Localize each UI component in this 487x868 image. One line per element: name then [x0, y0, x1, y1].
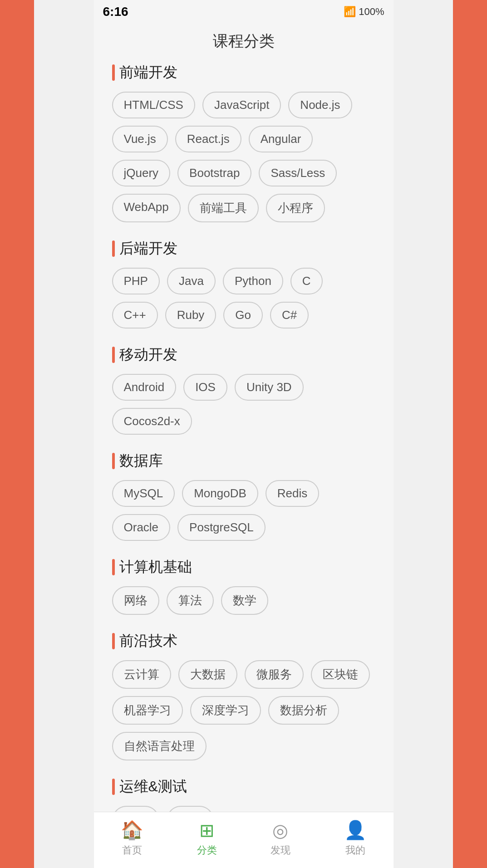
- tags-container-mobile: AndroidIOSUnity 3DCocos2d-x: [112, 374, 375, 435]
- tag-HTML/CSS[interactable]: HTML/CSS: [112, 92, 195, 118]
- nav-item-home[interactable]: 🏠首页: [121, 819, 143, 857]
- nav-label-mine: 我的: [345, 843, 365, 857]
- tag-Angular[interactable]: Angular: [249, 126, 313, 152]
- tag-Bootstrap[interactable]: Bootstrap: [177, 160, 251, 186]
- nav-label-category: 分类: [197, 843, 217, 857]
- nav-icon-discover: ◎: [272, 820, 288, 841]
- status-icons: 📶 100%: [344, 6, 384, 18]
- category-header-mobile: 移动开发: [112, 345, 375, 365]
- tag-IOS[interactable]: IOS: [183, 374, 227, 401]
- category-title-backend: 后端开发: [119, 239, 177, 259]
- tag-Go[interactable]: Go: [223, 302, 263, 329]
- tag-数据分析[interactable]: 数据分析: [268, 696, 339, 725]
- category-header-database: 数据库: [112, 451, 375, 471]
- category-title-database: 数据库: [119, 451, 163, 471]
- nav-label-home: 首页: [122, 843, 142, 857]
- tag-Unity 3D[interactable]: Unity 3D: [235, 374, 304, 401]
- category-title-mobile: 移动开发: [119, 345, 177, 365]
- bottom-nav: 🏠首页⊞分类◎发现👤我的: [94, 812, 394, 868]
- scroll-content: 前端开发HTML/CSSJavaScriptNode.jsVue.jsReact…: [94, 63, 394, 868]
- tag-C#[interactable]: C#: [270, 302, 309, 329]
- category-section-mobile: 移动开发AndroidIOSUnity 3DCocos2d-x: [112, 345, 375, 435]
- tag-WebApp[interactable]: WebApp: [112, 194, 181, 222]
- battery-icon: 100%: [359, 6, 384, 18]
- tags-container-frontier: 云计算大数据微服务区块链机器学习深度学习数据分析自然语言处理: [112, 660, 375, 760]
- category-header-backend: 后端开发: [112, 239, 375, 259]
- nav-item-mine[interactable]: 👤我的: [344, 819, 367, 857]
- category-title-frontend: 前端开发: [119, 63, 177, 83]
- category-header-frontend: 前端开发: [112, 63, 375, 83]
- nav-label-discover: 发现: [271, 843, 290, 857]
- tag-算法[interactable]: 算法: [167, 586, 214, 615]
- tag-机器学习[interactable]: 机器学习: [112, 696, 183, 725]
- tag-前端工具[interactable]: 前端工具: [188, 194, 259, 222]
- nav-icon-category: ⊞: [199, 820, 215, 841]
- category-header-frontier: 前沿技术: [112, 631, 375, 651]
- tags-container-backend: PHPJavaPythonCC++RubyGoC#: [112, 268, 375, 329]
- tags-container-frontend: HTML/CSSJavaScriptNode.jsVue.jsReact.jsA…: [112, 92, 375, 222]
- tag-MySQL[interactable]: MySQL: [112, 480, 175, 507]
- tag-PostgreSQL[interactable]: PostgreSQL: [177, 514, 266, 541]
- category-section-frontier: 前沿技术云计算大数据微服务区块链机器学习深度学习数据分析自然语言处理: [112, 631, 375, 760]
- tag-数学[interactable]: 数学: [221, 586, 268, 615]
- tag-C++[interactable]: C++: [112, 302, 158, 329]
- category-title-devops: 运维&测试: [119, 777, 187, 797]
- tags-container-database: MySQLMongoDBRedisOraclePostgreSQL: [112, 480, 375, 541]
- category-header-basics: 计算机基础: [112, 557, 375, 577]
- status-time: 6:16: [103, 5, 128, 19]
- page-title: 课程分类: [94, 22, 394, 63]
- status-bar: 6:16 📶 100%: [94, 0, 394, 22]
- tag-Oracle[interactable]: Oracle: [112, 514, 171, 541]
- wifi-icon: 📶: [344, 6, 356, 18]
- category-title-basics: 计算机基础: [119, 557, 192, 577]
- category-title-frontier: 前沿技术: [119, 631, 177, 651]
- tag-小程序[interactable]: 小程序: [266, 194, 325, 222]
- tag-Cocos2d-x[interactable]: Cocos2d-x: [112, 408, 192, 435]
- tag-网络[interactable]: 网络: [112, 586, 159, 615]
- tag-JavaScript[interactable]: JavaScript: [202, 92, 281, 118]
- tag-C[interactable]: C: [290, 268, 323, 294]
- tag-Vue.js[interactable]: Vue.js: [112, 126, 168, 152]
- phone-screen: 6:16 📶 100% 课程分类 前端开发HTML/CSSJavaScriptN…: [94, 0, 394, 868]
- tag-Ruby[interactable]: Ruby: [165, 302, 216, 329]
- tag-区块链[interactable]: 区块链: [311, 660, 370, 689]
- tag-jQuery[interactable]: jQuery: [112, 160, 171, 186]
- category-section-database: 数据库MySQLMongoDBRedisOraclePostgreSQL: [112, 451, 375, 541]
- tags-container-basics: 网络算法数学: [112, 586, 375, 615]
- nav-icon-mine: 👤: [344, 819, 367, 841]
- category-header-devops: 运维&测试: [112, 777, 375, 797]
- nav-icon-home: 🏠: [121, 819, 143, 841]
- category-section-basics: 计算机基础网络算法数学: [112, 557, 375, 615]
- category-bar-frontend: [112, 64, 115, 81]
- category-bar-backend: [112, 240, 115, 257]
- nav-item-discover[interactable]: ◎发现: [271, 820, 290, 857]
- tag-React.js[interactable]: React.js: [175, 126, 241, 152]
- category-section-backend: 后端开发PHPJavaPythonCC++RubyGoC#: [112, 239, 375, 329]
- tag-PHP[interactable]: PHP: [112, 268, 160, 294]
- tag-Redis[interactable]: Redis: [266, 480, 319, 507]
- tag-Sass/Less[interactable]: Sass/Less: [259, 160, 337, 186]
- tag-深度学习[interactable]: 深度学习: [190, 696, 261, 725]
- tag-Java[interactable]: Java: [167, 268, 216, 294]
- tag-Android[interactable]: Android: [112, 374, 177, 401]
- category-bar-basics: [112, 559, 115, 575]
- tag-自然语言处理[interactable]: 自然语言处理: [112, 732, 207, 760]
- category-section-frontend: 前端开发HTML/CSSJavaScriptNode.jsVue.jsReact…: [112, 63, 375, 222]
- category-bar-database: [112, 453, 115, 469]
- category-bar-devops: [112, 779, 115, 795]
- tag-云计算[interactable]: 云计算: [112, 660, 171, 689]
- tag-Python[interactable]: Python: [223, 268, 283, 294]
- tag-Node.js[interactable]: Node.js: [288, 92, 352, 118]
- category-bar-mobile: [112, 347, 115, 363]
- category-bar-frontier: [112, 633, 115, 649]
- tag-微服务[interactable]: 微服务: [245, 660, 304, 689]
- nav-item-category[interactable]: ⊞分类: [197, 820, 217, 857]
- tag-MongoDB[interactable]: MongoDB: [182, 480, 258, 507]
- tag-大数据[interactable]: 大数据: [178, 660, 237, 689]
